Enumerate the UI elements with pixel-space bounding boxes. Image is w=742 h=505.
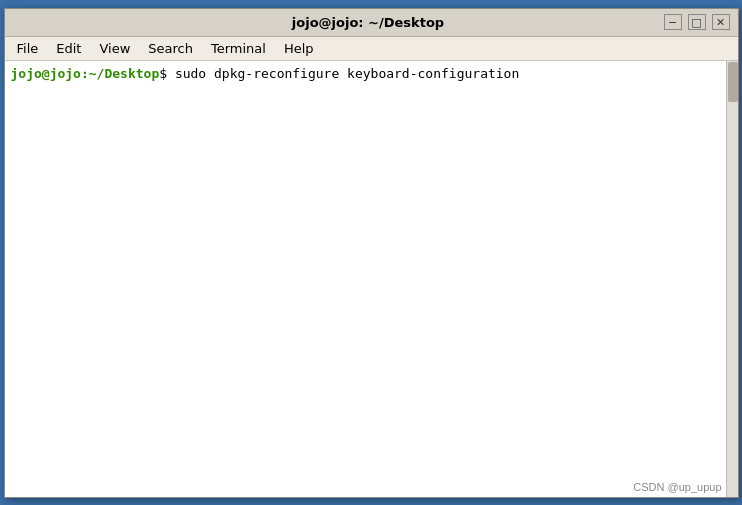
scrollbar[interactable] xyxy=(726,61,738,497)
menu-search[interactable]: Search xyxy=(140,39,201,58)
prompt-user: jojo@jojo xyxy=(11,65,81,83)
maximize-button[interactable]: □ xyxy=(688,14,706,30)
prompt-dollar: $ xyxy=(159,65,167,83)
minimize-button[interactable]: − xyxy=(664,14,682,30)
menu-help[interactable]: Help xyxy=(276,39,322,58)
window-controls: − □ ✕ xyxy=(664,14,730,30)
menu-edit[interactable]: Edit xyxy=(48,39,89,58)
menu-file[interactable]: File xyxy=(9,39,47,58)
close-button[interactable]: ✕ xyxy=(712,14,730,30)
watermark: CSDN @up_upup xyxy=(633,481,721,493)
menu-bar: File Edit View Search Terminal Help xyxy=(5,37,738,61)
menu-view[interactable]: View xyxy=(91,39,138,58)
terminal-line-1: jojo@jojo:~/Desktop$ sudo dpkg-reconfigu… xyxy=(11,65,732,83)
terminal-window: jojo@jojo: ~/Desktop − □ ✕ File Edit Vie… xyxy=(4,8,739,498)
terminal-body[interactable]: jojo@jojo:~/Desktop$ sudo dpkg-reconfigu… xyxy=(5,61,738,497)
title-bar: jojo@jojo: ~/Desktop − □ ✕ xyxy=(5,9,738,37)
prompt-path: :~/Desktop xyxy=(81,65,159,83)
window-title: jojo@jojo: ~/Desktop xyxy=(73,15,664,30)
scrollbar-thumb[interactable] xyxy=(728,62,738,102)
command-text: sudo dpkg-reconfigure keyboard-configura… xyxy=(167,65,519,83)
menu-terminal[interactable]: Terminal xyxy=(203,39,274,58)
